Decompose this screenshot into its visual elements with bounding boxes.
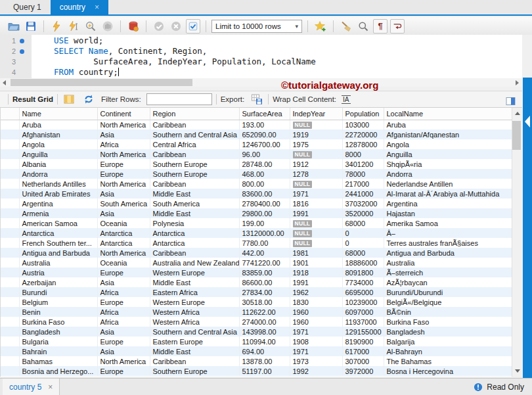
cell[interactable]: Asia: [97, 129, 150, 139]
cell[interactable]: 199.00: [239, 218, 290, 228]
toggle-autocommit-button[interactable]: [126, 19, 141, 34]
cell[interactable]: Southern Europe: [150, 169, 239, 179]
cell[interactable]: 103000: [342, 120, 384, 129]
cell[interactable]: Argentina: [384, 198, 512, 208]
cell[interactable]: Burkina Faso: [384, 317, 512, 327]
row-selector[interactable]: [1, 327, 19, 337]
cell[interactable]: 1971: [290, 327, 342, 337]
table-row[interactable]: AndorraEuropeSouthern Europe468.00127878…: [1, 169, 512, 179]
cell[interactable]: 800.00: [239, 179, 290, 189]
cell[interactable]: Aruba: [19, 120, 97, 129]
cell[interactable]: Middle East: [150, 189, 239, 198]
cell[interactable]: Caribbean: [150, 120, 239, 129]
table-row[interactable]: BahrainAsiaMiddle East694.001971617000Al…: [1, 346, 512, 356]
cell[interactable]: Afganistan/Afqanestan: [384, 129, 512, 139]
cell[interactable]: 1816: [290, 198, 342, 208]
cell[interactable]: Europe: [97, 159, 150, 169]
cell[interactable]: Antarctica: [97, 228, 150, 238]
cell[interactable]: Southern Europe: [150, 159, 239, 169]
cell[interactable]: Bangladesh: [384, 327, 512, 337]
cell[interactable]: Andorra: [19, 169, 97, 179]
row-selector[interactable]: [1, 228, 19, 238]
cell[interactable]: 27834.00: [239, 287, 290, 297]
cell[interactable]: Bosna i Hercegovina: [384, 366, 512, 376]
table-row[interactable]: BangladeshAsiaSouthern and Central Asia1…: [1, 327, 512, 337]
cell[interactable]: 1962: [290, 287, 342, 297]
cell[interactable]: Southern Europe: [150, 366, 239, 376]
cell[interactable]: 110994.00: [239, 337, 290, 346]
cell[interactable]: 8091800: [342, 267, 384, 277]
beautify-button[interactable]: [339, 19, 353, 34]
cell[interactable]: Austria: [19, 267, 97, 277]
cell[interactable]: Nederlandse Antillen: [384, 179, 512, 189]
row-selector[interactable]: [1, 189, 19, 198]
table-row[interactable]: ArmeniaAsiaMiddle East29800.001991352000…: [1, 208, 512, 218]
table-row[interactable]: Bosnia and Herzego...EuropeSouthern Euro…: [1, 366, 512, 376]
cell[interactable]: 1901: [290, 258, 342, 267]
cell[interactable]: 78000: [342, 169, 384, 179]
cell[interactable]: Balgarija: [384, 337, 512, 346]
row-selector[interactable]: [1, 169, 19, 179]
table-row[interactable]: BurundiAfricaEastern Africa27834.0019626…: [1, 287, 512, 297]
cell[interactable]: Netherlands Antilles: [19, 179, 97, 189]
cell[interactable]: BelgiÃ«/Belgique: [384, 297, 512, 307]
table-row[interactable]: AngolaAfricaCentral Africa1246700.001975…: [1, 139, 512, 149]
cell[interactable]: 0: [342, 228, 384, 238]
cell[interactable]: Southern and Central Asia: [150, 327, 239, 337]
cell[interactable]: 13878.00: [239, 356, 290, 366]
cell[interactable]: Andorra: [384, 169, 512, 179]
cell[interactable]: Anguilla: [19, 149, 97, 159]
cell[interactable]: Middle East: [150, 346, 239, 356]
cell[interactable]: NULL: [290, 238, 342, 248]
collapsed-panel-strip[interactable]: [523, 78, 532, 378]
cell[interactable]: 83600.00: [239, 189, 290, 198]
cell[interactable]: Bosnia and Herzego...: [19, 366, 97, 376]
table-row[interactable]: BulgariaEuropeEastern Europe110994.00190…: [1, 337, 512, 346]
cell[interactable]: 1975: [290, 139, 342, 149]
find-button[interactable]: [356, 19, 370, 34]
close-icon[interactable]: ×: [95, 3, 99, 11]
cell[interactable]: Europe: [97, 366, 150, 376]
cell[interactable]: ShqipÃ«ria: [384, 159, 512, 169]
cell[interactable]: Al-Imarat al-Â´Arabiya al-Muttahida: [384, 189, 512, 198]
cell[interactable]: Benin: [19, 307, 97, 317]
cell[interactable]: Burundi/Uburundi: [384, 287, 512, 297]
cell[interactable]: Bulgaria: [19, 337, 97, 346]
table-row[interactable]: Burkina FasoAfricaWestern Africa274000.0…: [1, 317, 512, 327]
cell[interactable]: Azerbaijan: [19, 277, 97, 287]
cell[interactable]: 29800.00: [239, 208, 290, 218]
cell[interactable]: 3972000: [342, 366, 384, 376]
cell[interactable]: Albania: [19, 159, 97, 169]
cell[interactable]: Middle East: [150, 277, 239, 287]
cell[interactable]: NULL: [290, 218, 342, 228]
cell[interactable]: Middle East: [150, 208, 239, 218]
cell[interactable]: 3401200: [342, 159, 384, 169]
cell[interactable]: 1971: [290, 189, 342, 198]
execute-current-statement-button[interactable]: [66, 19, 81, 34]
cell[interactable]: 1991: [290, 208, 342, 218]
cell[interactable]: Australia: [19, 258, 97, 267]
cell[interactable]: Western Europe: [150, 297, 239, 307]
cell[interactable]: 8000: [342, 149, 384, 159]
cell[interactable]: 86600.00: [239, 277, 290, 287]
row-selector[interactable]: [1, 218, 19, 228]
table-row[interactable]: AlbaniaEuropeSouthern Europe28748.001912…: [1, 159, 512, 169]
cell[interactable]: Western Africa: [150, 317, 239, 327]
cell[interactable]: American Samoa: [19, 218, 97, 228]
editor-line[interactable]: 1USE world;: [0, 35, 522, 46]
cell[interactable]: NULL: [290, 179, 342, 189]
cell[interactable]: 2780400.00: [239, 198, 290, 208]
cell[interactable]: Asia: [97, 346, 150, 356]
cell[interactable]: 652090.00: [239, 129, 290, 139]
grid-view-button[interactable]: [62, 92, 76, 106]
cell[interactable]: Europe: [97, 267, 150, 277]
save-snippet-button[interactable]: [313, 19, 328, 34]
row-selector[interactable]: [1, 198, 19, 208]
cell[interactable]: 468.00: [239, 169, 290, 179]
cell[interactable]: 1919: [290, 129, 342, 139]
cell[interactable]: Western Europe: [150, 267, 239, 277]
cell[interactable]: 22720000: [342, 129, 384, 139]
row-selector[interactable]: [1, 366, 19, 376]
cell[interactable]: 274000.00: [239, 317, 290, 327]
cell[interactable]: Asia: [97, 277, 150, 287]
